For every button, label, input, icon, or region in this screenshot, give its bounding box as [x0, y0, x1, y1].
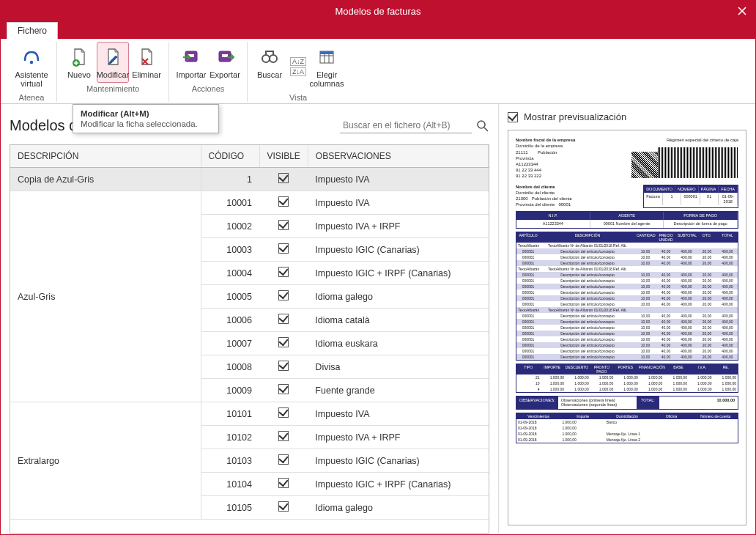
columns-icon	[315, 45, 338, 69]
sort-desc-button[interactable]: Z↓A	[290, 67, 306, 76]
qr-code	[631, 152, 658, 178]
visible-checkbox[interactable]	[278, 431, 289, 441]
svg-point-6	[262, 55, 270, 62]
svg-point-10	[478, 121, 485, 128]
page-title: Modelos d	[10, 117, 77, 134]
visible-checkbox[interactable]	[278, 173, 289, 183]
import-icon	[179, 45, 203, 69]
group-label-mantenimiento: Mantenimiento	[86, 84, 139, 93]
table-row[interactable]: Azul-Gris10001Impuesto IVA	[10, 191, 489, 215]
visible-checkbox[interactable]	[278, 337, 289, 347]
modificar-button[interactable]: Modificar	[97, 42, 129, 83]
invoice-preview: Nombre fiscal de la empresa Domicilio de…	[508, 130, 746, 525]
sort-buttons: A↓Z Z↓A	[290, 42, 306, 92]
svg-point-0	[30, 61, 33, 64]
delete-icon	[135, 45, 158, 69]
search-input[interactable]	[340, 118, 472, 133]
tab-fichero[interactable]: Fichero	[7, 22, 58, 39]
visible-checkbox[interactable]	[278, 384, 289, 394]
preview-checkbox[interactable]: Mostrar previsualización	[508, 111, 746, 122]
buscar-button[interactable]: Buscar	[253, 42, 286, 92]
col-visible[interactable]: VISIBLE	[259, 145, 308, 168]
visible-checkbox[interactable]	[278, 290, 289, 300]
new-icon	[67, 45, 91, 69]
binoculars-icon	[258, 45, 281, 69]
visible-checkbox[interactable]	[278, 501, 289, 512]
asistente-virtual-button[interactable]: Asistente virtual	[12, 42, 51, 92]
sort-asc-button[interactable]: A↓Z	[290, 57, 306, 66]
ribbon-group-acciones: Importar Exportar Acciones	[169, 42, 248, 102]
visible-checkbox[interactable]	[278, 407, 289, 418]
data-grid[interactable]: DESCRIPCIÓN CÓDIGO VISIBLE OBSERVACIONES…	[10, 144, 489, 534]
group-label-acciones: Acciones	[192, 84, 225, 93]
ribbon-group-atenea: Asistente virtual Atenea	[7, 42, 57, 102]
visible-checkbox[interactable]	[278, 267, 289, 277]
col-codigo[interactable]: CÓDIGO	[201, 145, 259, 168]
col-observaciones[interactable]: OBSERVACIONES	[308, 145, 488, 168]
assistant-icon	[20, 45, 43, 69]
export-icon	[213, 45, 237, 69]
search-icon[interactable]	[476, 119, 489, 133]
ribbon-group-mantenimiento: Nuevo Modificar Eliminar Mantenimiento	[57, 42, 169, 102]
close-icon	[738, 7, 746, 15]
visible-checkbox[interactable]	[278, 454, 289, 465]
visible-checkbox[interactable]	[278, 243, 289, 254]
close-button[interactable]	[733, 2, 751, 20]
window-title: Modelos de facturas	[335, 6, 420, 17]
eliminar-button[interactable]: Eliminar	[130, 42, 163, 83]
group-label-atenea: Atenea	[19, 93, 45, 102]
checkbox-icon	[508, 112, 518, 122]
svg-rect-9	[320, 51, 333, 54]
tooltip-modificar: Modificar (Alt+M) Modificar la ficha sel…	[73, 104, 219, 133]
visible-checkbox[interactable]	[278, 478, 289, 488]
visible-checkbox[interactable]	[278, 361, 289, 371]
svg-point-7	[270, 55, 277, 62]
col-descripcion[interactable]: DESCRIPCIÓN	[10, 145, 201, 168]
titlebar: Modelos de facturas	[1, 1, 755, 21]
visible-checkbox[interactable]	[278, 220, 289, 230]
visible-checkbox[interactable]	[278, 314, 289, 324]
barcode	[658, 147, 738, 178]
elegir-columnas-button[interactable]: Elegir columnas	[311, 42, 343, 92]
edit-icon	[101, 45, 125, 69]
ribbon: Asistente virtual Atenea Nuevo Modificar	[1, 39, 755, 104]
exportar-button[interactable]: Exportar	[209, 42, 241, 83]
table-row[interactable]: Copia de Azul-Gris1Impuesto IVA	[10, 168, 489, 191]
visible-checkbox[interactable]	[278, 196, 289, 207]
tabstrip: Fichero	[1, 21, 755, 39]
nuevo-button[interactable]: Nuevo	[63, 42, 95, 83]
table-row[interactable]: Extralargo10101Impuesto IVA	[10, 402, 489, 426]
svg-rect-5	[222, 54, 228, 57]
ribbon-group-vista: Buscar A↓Z Z↓A Elegir columnas Vista	[248, 42, 349, 102]
importar-button[interactable]: Importar	[175, 42, 207, 83]
group-label-vista: Vista	[289, 93, 307, 102]
